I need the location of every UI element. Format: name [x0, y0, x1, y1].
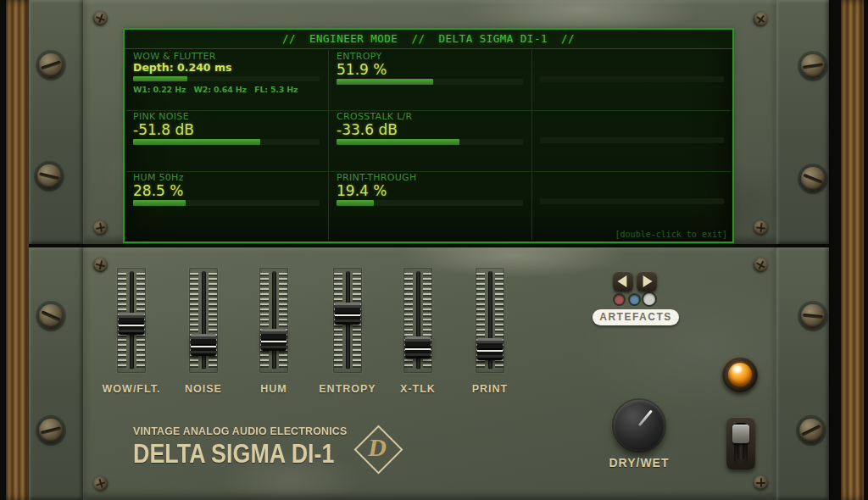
orange-lamp-jewel: [728, 363, 752, 386]
slotted-screw: [801, 54, 825, 78]
wood-rail-left: [6, 0, 29, 500]
dry-wet-label: DRY/WET: [597, 456, 682, 469]
slider-handle[interactable]: [335, 303, 360, 325]
meter-bar-empty: [540, 137, 724, 143]
meter-bar: [337, 200, 523, 206]
slider-handle[interactable]: [119, 313, 144, 335]
rack-ear: [29, 247, 83, 500]
meter-bar: [337, 79, 523, 85]
slider-x-tlk[interactable]: [403, 268, 432, 373]
plugin-window: // ENGINEER MODE // DELTA SIGMA DI-1 // …: [0, 0, 868, 500]
wood-rail-right: [841, 0, 864, 500]
blue-led-indicator: [630, 295, 639, 304]
meter-bar: [133, 200, 320, 206]
slider-handle[interactable]: [261, 329, 287, 351]
rack-ear: [776, 0, 829, 244]
artefacts-next-button[interactable]: [637, 271, 657, 292]
slotted-screw: [39, 304, 63, 328]
slotted-screw: [801, 304, 825, 328]
artefacts-prev-button[interactable]: [613, 271, 633, 292]
slider-wow-flt[interactable]: [117, 268, 146, 373]
readout-empty: [531, 110, 732, 143]
silver-led-indicator: [643, 293, 655, 305]
slotted-screw: [39, 53, 63, 77]
slider-handle[interactable]: [477, 338, 503, 360]
slotted-screw: [801, 167, 825, 191]
red-led-indicator: [615, 295, 624, 304]
rack-ear: [776, 247, 829, 500]
meter-bar: [133, 76, 320, 81]
readout-crosstalk: CROSSTALK L/R -33.6 dB: [328, 110, 531, 145]
switch-handle[interactable]: [732, 425, 749, 443]
slotted-screw: [37, 164, 61, 188]
dry-wet-knob[interactable]: [614, 400, 665, 451]
meter-bar: [133, 139, 320, 145]
tick-marks: [260, 273, 269, 368]
slotted-screw: [799, 419, 823, 442]
readout-print-through: PRINT-THROUGH 19.4 %: [328, 171, 531, 206]
knob-pointer: [638, 409, 653, 426]
rack-unit-top: // ENGINEER MODE // DELTA SIGMA DI-1 // …: [29, 0, 829, 244]
readout-hum: HUM 50Hz 28.5 %: [125, 171, 328, 206]
screen-title: // ENGINEER MODE // DELTA SIGMA DI-1 //: [125, 30, 732, 49]
slider-label-print: PRINT: [443, 383, 537, 395]
readout-entropy: ENTROPY 51.9 %: [328, 50, 531, 85]
readout-empty: [531, 171, 732, 204]
lcd-screen[interactable]: // ENGINEER MODE // DELTA SIGMA DI-1 // …: [123, 28, 734, 243]
slider-slot: [272, 271, 276, 369]
left-arrow-icon: [617, 275, 626, 287]
power-toggle-switch[interactable]: [726, 417, 755, 469]
logo-letter: D: [353, 424, 402, 473]
slider-handle[interactable]: [191, 334, 216, 356]
meter-bar-empty: [540, 198, 724, 204]
brand-logo: D: [353, 424, 402, 473]
exit-hint: [double-click to exit]: [615, 230, 727, 239]
brand-tagline: VINTAGE ANALOG AUDIO ELECTRONICS: [133, 425, 353, 437]
tick-marks: [279, 273, 287, 368]
right-arrow-icon: [643, 275, 653, 287]
brand-model: DELTA SIGMA DI-1: [133, 438, 334, 469]
slider-print[interactable]: [476, 268, 504, 373]
slider-entropy[interactable]: [333, 268, 362, 373]
phillips-screw: [754, 475, 768, 490]
readout-pink-noise: PINK NOISE -51.8 dB: [125, 110, 328, 145]
artefacts-label: ARTEFACTS: [593, 309, 679, 325]
readout-empty: [531, 50, 732, 82]
branding: VINTAGE ANALOG AUDIO ELECTRONICS DELTA S…: [133, 425, 373, 469]
readout-wow-flutter: WOW & FLUTTER Depth: 0.240 ms W1: 0.22 H…: [125, 50, 328, 94]
meter-bar-empty: [540, 76, 724, 82]
power-lamp[interactable]: [722, 357, 758, 392]
slider-noise[interactable]: [189, 268, 218, 373]
slider-hum[interactable]: [259, 268, 288, 373]
meter-bar: [337, 139, 523, 145]
rack-ear: [29, 0, 83, 244]
slider-handle[interactable]: [405, 336, 431, 358]
slotted-screw: [39, 419, 63, 442]
